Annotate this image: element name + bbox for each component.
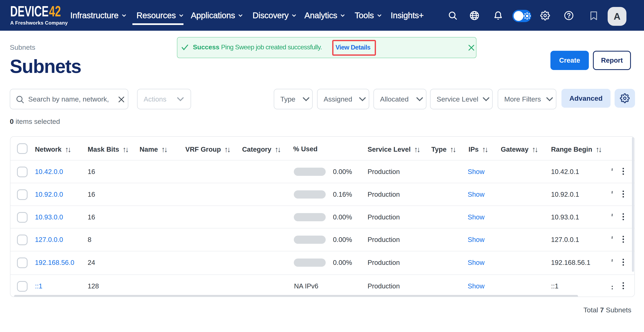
svg-text:42: 42 [49,6,61,18]
svg-text:DEVICE: DEVICE [10,6,49,18]
